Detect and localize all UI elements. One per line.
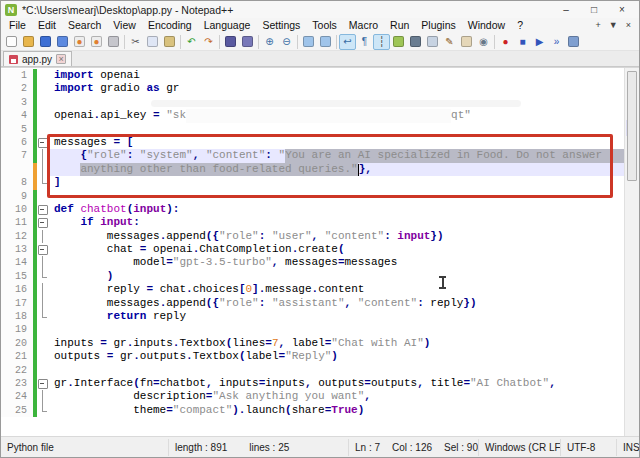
fold-margin <box>37 123 50 136</box>
edit-pencil-icon[interactable]: ✎ <box>441 34 458 50</box>
macro-run-multiple-icon[interactable]: » <box>548 34 565 50</box>
print-icon[interactable] <box>105 34 122 50</box>
code-line[interactable]: 19 <box>1 323 624 336</box>
menu-item-encoding[interactable]: Encoding <box>142 18 198 33</box>
zoom-in-icon[interactable]: ⊕ <box>261 34 278 50</box>
mail-icon[interactable] <box>458 34 475 50</box>
code-line[interactable]: 20inputs = gr.inputs.Textbox(lines=7, la… <box>1 337 624 350</box>
tab-list-button[interactable]: ▼ <box>609 18 618 33</box>
code-line[interactable]: 17 messages.append({"role": "assistant",… <box>1 297 624 310</box>
code-line[interactable]: 14 model="gpt-3.5-turbo", messages=messa… <box>1 256 624 269</box>
menu-item-search[interactable]: Search <box>62 18 107 33</box>
code-line[interactable]: 8] <box>1 176 624 189</box>
menu-item-file[interactable]: File <box>3 18 32 33</box>
fold-collapse-icon[interactable] <box>37 243 50 256</box>
code-line[interactable]: 24 description="Ask anything you want", <box>1 390 624 403</box>
document-map-icon[interactable] <box>407 34 424 50</box>
menu-item-tools[interactable]: Tools <box>306 18 343 33</box>
code-line[interactable]: 10def chatbot(input): <box>1 203 624 216</box>
zoom-out-icon[interactable]: ⊖ <box>278 34 295 50</box>
cut-icon[interactable]: ✂ <box>127 34 144 50</box>
code-line[interactable]: 23gr.Interface(fn=chatbot, inputs=inputs… <box>1 377 624 390</box>
macro-stop-icon[interactable]: ■ <box>514 34 531 50</box>
code-segment: messages <box>54 297 160 310</box>
line-number: 15 <box>1 270 33 283</box>
find-icon[interactable] <box>222 34 239 50</box>
editor-pane[interactable]: 1import openai2import gradio as gr34open… <box>1 67 639 439</box>
show-all-characters-icon[interactable]: ¶ <box>356 34 373 50</box>
status-encoding[interactable]: UTF-8 <box>561 439 617 456</box>
code-segment: return <box>107 310 147 323</box>
code-line[interactable]: 22 <box>1 364 624 377</box>
scrollbar-thumb[interactable] <box>627 71 637 181</box>
close-file-icon[interactable]: ● <box>71 34 88 50</box>
fold-collapse-icon[interactable] <box>37 136 50 149</box>
menu-item-macro[interactable]: Macro <box>343 18 384 33</box>
menu-item-help[interactable]: ? <box>511 18 529 33</box>
code-line[interactable]: 6messages = [ <box>1 136 624 149</box>
status-insert-mode[interactable]: INS <box>617 439 639 456</box>
close-button[interactable]: × <box>609 2 635 17</box>
menu-item-view[interactable]: View <box>107 18 142 33</box>
menu-item-language[interactable]: Language <box>198 18 257 33</box>
undo-icon[interactable]: ↶ <box>183 34 200 50</box>
word-wrap-icon[interactable]: ↩ <box>339 34 356 50</box>
menu-item-window[interactable]: Window <box>462 18 511 33</box>
redo-icon[interactable]: ↷ <box>200 34 217 50</box>
code-area[interactable]: 1import openai2import gradio as gr34open… <box>1 69 624 439</box>
code-line[interactable]: 21outputs = gr.outputs.Textbox(label="Re… <box>1 350 624 363</box>
code-line[interactable]: 16 reply = chat.choices[0].message.conte… <box>1 283 624 296</box>
save-icon[interactable] <box>37 34 54 50</box>
menu-item-settings[interactable]: Settings <box>256 18 306 33</box>
code-line[interactable]: 15 ) <box>1 270 624 283</box>
replace-icon[interactable] <box>239 34 256 50</box>
code-line[interactable]: 7 {"role": "system", "content": "You are… <box>1 149 624 162</box>
fold-collapse-icon[interactable] <box>37 377 50 390</box>
code-line[interactable]: 13 chat = openai.ChatCompletion.create( <box>1 243 624 256</box>
save-all-icon[interactable] <box>54 34 71 50</box>
code-segment: . <box>133 350 140 363</box>
code-line[interactable]: anything other than food-related queries… <box>1 163 624 176</box>
document-list-icon[interactable] <box>424 34 441 50</box>
code-segment: api_key <box>100 109 153 122</box>
sync-horizontal-scroll-icon[interactable] <box>317 34 334 50</box>
eye-icon[interactable]: ◉ <box>475 34 492 50</box>
code-line[interactable]: 5 <box>1 123 624 136</box>
fold-collapse-icon[interactable] <box>37 203 50 216</box>
tab-app-py[interactable]: app.py × <box>3 51 72 66</box>
vertical-scrollbar[interactable] <box>624 68 639 439</box>
indent-guide-icon[interactable]: ┆ <box>373 34 390 50</box>
code-line[interactable]: 25 theme="compact").launch(share=True) <box>1 404 624 417</box>
code-segment: , <box>345 297 352 310</box>
minimize-button[interactable]: – <box>553 2 579 17</box>
fold-collapse-icon[interactable] <box>37 216 50 229</box>
code-text: if input: <box>50 216 624 229</box>
code-line[interactable]: 1import openai <box>1 69 624 82</box>
macro-record-icon[interactable]: ● <box>497 34 514 50</box>
close-document-button[interactable]: × <box>626 18 631 33</box>
macro-save-icon[interactable] <box>565 34 582 50</box>
code-line[interactable]: 12 messages.append({"role": "user", "con… <box>1 230 624 243</box>
code-line[interactable]: 2import gradio as gr <box>1 82 624 95</box>
menu-item-plugins[interactable]: Plugins <box>415 18 461 33</box>
menu-item-edit[interactable]: Edit <box>32 18 62 33</box>
code-line[interactable]: 9 <box>1 190 624 203</box>
macro-play-icon[interactable]: ▶ <box>531 34 548 50</box>
close-all-icon[interactable]: ● <box>88 34 105 50</box>
tab-close-icon[interactable]: × <box>56 54 66 64</box>
code-line[interactable]: 11 if input: <box>1 216 624 229</box>
code-segment: , <box>279 337 286 350</box>
open-folder-icon[interactable] <box>20 34 37 50</box>
function-list-icon[interactable] <box>390 34 407 50</box>
maximize-button[interactable]: □ <box>581 2 607 17</box>
code-line[interactable]: 18 return reply <box>1 310 624 323</box>
code-segment: ) <box>331 350 338 363</box>
sync-vertical-scroll-icon[interactable] <box>300 34 317 50</box>
menu-item-run[interactable]: Run <box>384 18 415 33</box>
copy-icon[interactable] <box>144 34 161 50</box>
new-tab-button[interactable]: + <box>596 18 601 33</box>
new-file-icon[interactable] <box>3 34 20 50</box>
code-line[interactable]: 4openai.api_key = "skqt" <box>1 109 624 122</box>
status-eol-format[interactable]: Windows (CR LF) <box>479 439 561 456</box>
paste-icon[interactable] <box>161 34 178 50</box>
